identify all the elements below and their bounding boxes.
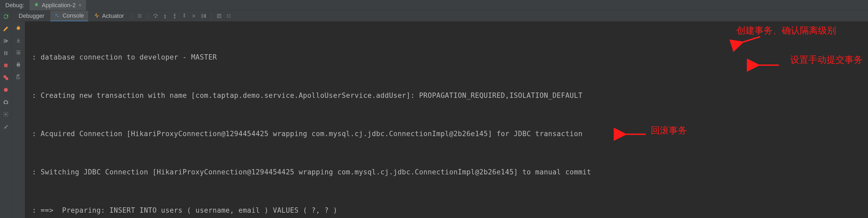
run-to-cursor-icon[interactable] — [199, 12, 208, 20]
svg-point-7 — [5, 77, 8, 80]
run-tab-group: Application-2 × — [30, 0, 86, 10]
console-icon — [55, 12, 60, 19]
console-tab-label: Console — [63, 12, 84, 19]
svg-point-13 — [155, 17, 156, 17]
log-line: : Creating new transaction with name [co… — [28, 89, 865, 102]
svg-rect-21 — [17, 63, 19, 64]
tab-actuator[interactable]: Actuator — [90, 11, 128, 21]
console-output[interactable]: : database connection to developer - MAS… — [25, 22, 868, 218]
tab-debugger[interactable]: Debugger — [14, 11, 49, 21]
mute-breakpoints-icon[interactable] — [2, 86, 9, 94]
settings-icon[interactable] — [2, 111, 9, 118]
main-row: Debugger Console Actuator — [0, 11, 868, 218]
view-breakpoints-icon[interactable] — [2, 74, 9, 81]
tab-console[interactable]: Console — [50, 11, 88, 21]
bug-icon — [34, 2, 39, 9]
sub-tab-bar: Debugger Console Actuator — [12, 11, 868, 22]
actuator-tab-label: Actuator — [102, 12, 124, 20]
bug-run-icon[interactable] — [14, 24, 22, 32]
svg-rect-22 — [17, 65, 19, 67]
close-tab-icon[interactable]: × — [78, 2, 82, 9]
svg-rect-4 — [6, 51, 7, 55]
force-step-into-icon[interactable] — [171, 12, 179, 20]
debugger-left-gutter — [0, 11, 12, 218]
print-icon[interactable] — [14, 61, 22, 68]
svg-rect-17 — [205, 14, 206, 17]
step-over-icon[interactable] — [152, 12, 159, 20]
pin-icon[interactable] — [2, 123, 9, 130]
svg-point-12 — [5, 113, 7, 115]
drop-frame-icon[interactable] — [190, 12, 198, 20]
step-into-icon[interactable] — [161, 12, 169, 20]
clear-all-icon[interactable] — [14, 73, 22, 80]
svg-rect-1 — [3, 30, 4, 31]
right-area: Debugger Console Actuator — [12, 11, 868, 218]
pause-icon[interactable] — [2, 49, 9, 57]
console-body: : database connection to developer - MAS… — [12, 22, 868, 218]
svg-point-14 — [165, 17, 165, 18]
scroll-to-end-icon[interactable] — [14, 36, 22, 44]
run-config-tab-label: Application-2 — [42, 2, 75, 9]
svg-rect-11 — [5, 100, 7, 101]
debugger-tab-label: Debugger — [19, 12, 44, 20]
svg-point-15 — [175, 17, 175, 18]
svg-rect-3 — [4, 51, 5, 55]
log-line: : ==> Preparing: INSERT INTO users ( use… — [28, 204, 865, 217]
log-line: : database connection to developer - MAS… — [28, 51, 865, 64]
svg-point-10 — [5, 101, 7, 103]
console-left-gutter — [12, 22, 25, 218]
soft-wrap-icon[interactable] — [14, 49, 22, 56]
svg-rect-2 — [4, 39, 4, 43]
svg-point-8 — [4, 88, 8, 92]
log-line: : Switching JDBC Connection [HikariProxy… — [28, 166, 865, 178]
evaluate-expression-icon[interactable] — [215, 12, 223, 20]
svg-point-16 — [184, 14, 185, 14]
debug-label: Debug: — [5, 2, 24, 9]
rerun-icon[interactable] — [2, 13, 9, 20]
log-line: : Acquired Connection [HikariProxyConnec… — [28, 128, 865, 140]
camera-icon[interactable] — [2, 98, 9, 106]
toolbar-list-icon[interactable] — [136, 12, 144, 20]
debug-top-bar: Debug: Application-2 × — [0, 0, 868, 11]
run-config-tab[interactable]: Application-2 × — [30, 0, 86, 10]
toolbar-separator — [132, 12, 132, 20]
trace-current-stream-chain-icon[interactable] — [225, 12, 233, 20]
modify-run-config-icon[interactable] — [2, 25, 9, 32]
toolbar-separator — [148, 12, 148, 20]
svg-rect-5 — [4, 64, 7, 67]
stop-icon[interactable] — [2, 62, 9, 69]
step-out-icon[interactable] — [180, 12, 188, 20]
actuator-icon — [94, 12, 99, 20]
resume-icon[interactable] — [2, 37, 9, 45]
svg-rect-23 — [17, 75, 19, 75]
